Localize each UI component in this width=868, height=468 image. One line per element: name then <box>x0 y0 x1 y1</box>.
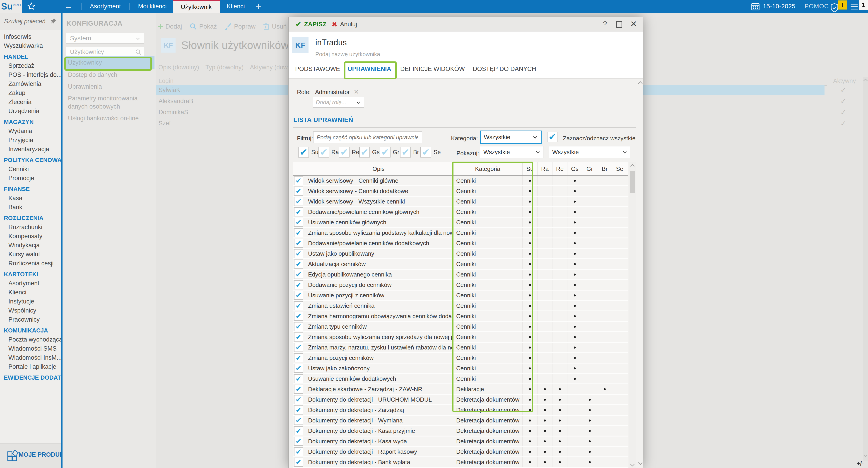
row-checkbox[interactable]: ✔ <box>294 405 303 414</box>
sidebar-item-sprzedaż[interactable]: Sprzedaż <box>0 61 61 70</box>
row-checkbox[interactable]: ✔ <box>294 385 303 394</box>
alert-badge[interactable]: ! <box>838 0 847 9</box>
notification-count-badge[interactable]: 1 <box>859 0 868 10</box>
permission-row[interactable]: ✔Ustaw jako opublikowanyCenniki <box>293 249 628 258</box>
row-checkbox[interactable]: ✔ <box>294 260 303 269</box>
row-checkbox[interactable]: ✔ <box>294 416 303 425</box>
perm-filter-checkbox-su[interactable]: ✔ <box>298 147 309 157</box>
permission-row[interactable]: ✔Zmiana marży, narzutu, zysku i ustawień… <box>293 343 628 352</box>
permission-row[interactable]: ✔Dodawanie/powielanie cenników dodatkowy… <box>293 238 628 248</box>
sidebar-item-wiadomości-sms[interactable]: Wiadomości SMS <box>0 344 61 353</box>
permission-row[interactable]: ✔Usuwanie cenników dodatkowychCenniki <box>293 374 628 383</box>
add-role-select[interactable]: Dodaj rolę... <box>313 97 364 108</box>
row-checkbox[interactable]: ✔ <box>294 197 303 206</box>
permission-row[interactable]: ✔Zmiana sposobu wyliczania ceny sprzedaż… <box>293 332 628 342</box>
row-checkbox[interactable]: ✔ <box>294 458 303 467</box>
user-name[interactable]: inTradus <box>315 38 347 47</box>
column-header-se[interactable]: Se <box>612 162 627 175</box>
row-checkbox[interactable]: ✔ <box>294 322 303 331</box>
sidebar-item-wiadomości-insm-[interactable]: Wiadomości InsM... <box>0 353 61 362</box>
row-checkbox[interactable]: ✔ <box>294 186 303 196</box>
row-checkbox[interactable]: ✔ <box>294 312 303 321</box>
perm-filter-checkbox-ra[interactable]: ✔ <box>318 147 329 157</box>
permission-row[interactable]: ✔Dodawanie pozycji do cennikówCenniki <box>293 280 628 290</box>
permission-row[interactable]: ✔Dokumenty do dekretacji - Kasa wydaDekr… <box>293 437 628 446</box>
sidebar-item-klienci[interactable]: Klienci <box>0 288 61 297</box>
save-button[interactable]: ✔ ZAPISZ <box>296 17 327 31</box>
row-checkbox[interactable]: ✔ <box>294 364 303 373</box>
permission-row[interactable]: ✔Zmiana harmonogramu obowiązywania cenni… <box>293 312 628 321</box>
permission-row[interactable]: ✔Zmiana pozycji cennikówCenniki <box>293 353 628 362</box>
sidebar-item-przyjęcia[interactable]: Przyjęcia <box>0 136 61 145</box>
sidebar-item-pos-interfejs-do-[interactable]: POS - interfejs do... <box>0 70 61 79</box>
row-checkbox[interactable]: ✔ <box>294 218 303 227</box>
sidebar-item-promocje[interactable]: Promocje <box>0 174 61 183</box>
sidebar-item-cenniki[interactable]: Cenniki <box>0 165 61 174</box>
row-checkbox[interactable]: ✔ <box>294 343 303 352</box>
permission-row[interactable]: ✔Dokumenty do dekretacji - Bank wpłataDe… <box>293 457 628 467</box>
tab-moi-klienci[interactable]: Moi klienci <box>134 0 171 13</box>
permission-row[interactable]: ✔Deklaracje skarbowe - Zarządzaj - ZAW-N… <box>293 384 628 394</box>
column-header-su[interactable]: Su <box>522 162 537 175</box>
sidebar-item-kursy-walut[interactable]: Kursy walut <box>0 250 61 259</box>
column-header-opis[interactable]: Opis <box>304 162 453 175</box>
column-header-re[interactable]: Re <box>552 162 567 175</box>
tab-dostęp-do-danych[interactable]: DOSTĘP DO DANYCH <box>473 65 536 72</box>
row-checkbox[interactable]: ✔ <box>294 426 303 435</box>
sidebar-item-wspólnicy[interactable]: Wspólnicy <box>0 306 61 315</box>
column-header-kategoria[interactable]: Kategoria <box>453 162 522 175</box>
row-checkbox[interactable]: ✔ <box>294 207 303 216</box>
tab-użytkownik[interactable]: Użytkownik <box>173 0 220 13</box>
sidebar-item-kompensaty[interactable]: Kompensaty <box>0 232 61 241</box>
permission-row[interactable]: ✔Zmiana ustawień cennikaCenniki <box>293 301 628 311</box>
maximize-button[interactable] <box>616 21 622 28</box>
row-checkbox[interactable]: ✔ <box>294 447 303 456</box>
perm-filter-checkbox-gr[interactable]: ✔ <box>380 147 391 157</box>
perm-filter-checkbox-br[interactable]: ✔ <box>400 147 411 157</box>
scrollbar-thumb[interactable] <box>630 171 635 193</box>
row-checkbox[interactable]: ✔ <box>294 280 303 289</box>
row-checkbox[interactable]: ✔ <box>294 270 303 279</box>
sidebar-item-infoserwis[interactable]: Infoserwis <box>0 32 61 41</box>
sidebar-item-kasa[interactable]: Kasa <box>0 194 61 203</box>
permission-row[interactable]: ✔Aktualizacja cennikówCenniki <box>293 259 628 269</box>
favorites-star-icon[interactable] <box>27 2 36 11</box>
perm-filter-checkbox-gs[interactable]: ✔ <box>359 147 370 157</box>
permission-row[interactable]: ✔Widok serwisowy - Cenniki główneCenniki <box>293 176 628 185</box>
pin-icon[interactable] <box>50 18 57 25</box>
sidebar-item-bank[interactable]: Bank <box>0 203 61 212</box>
sidebar-item-inwentaryzacja[interactable]: Inwentaryzacja <box>0 145 61 154</box>
new-tab-button[interactable]: + <box>255 0 261 12</box>
sidebar-item-asortyment[interactable]: Asortyment <box>0 279 61 288</box>
permission-row[interactable]: ✔Zmiana sposobu wyliczania podstawy kalk… <box>293 228 628 237</box>
table-scrollbar[interactable] <box>629 162 636 468</box>
select-all-checkbox[interactable]: ✔ <box>547 132 557 142</box>
sidebar-item-wydania[interactable]: Wydania <box>0 126 61 136</box>
column-header-gs[interactable]: Gs <box>567 162 582 175</box>
permission-row[interactable]: ✔Dokumenty do dekretacji - Kasa przyjmie… <box>293 426 628 436</box>
permission-row[interactable]: ✔Dokumenty do dekretacji - WymianaDekret… <box>293 416 628 425</box>
sidebar-item-pracownicy[interactable]: Pracownicy <box>0 315 61 324</box>
permission-row[interactable]: ✔Dokumenty do dekretacji - ZarządzajDekr… <box>293 405 628 415</box>
current-date[interactable]: 15-10-2025 <box>763 3 795 10</box>
perm-filter-checkbox-se[interactable]: ✔ <box>421 147 431 157</box>
permission-row[interactable]: ✔Zmiana typu cennikówCenniki <box>293 322 628 331</box>
row-checkbox[interactable]: ✔ <box>294 332 303 342</box>
permission-filter-input[interactable] <box>316 133 418 142</box>
sidebar-item-zlecenia[interactable]: Zlecenia <box>0 97 61 107</box>
sidebar-item-wyszukiwarka[interactable]: Wyszukiwarka <box>0 41 61 50</box>
close-button[interactable]: ✕ <box>630 19 637 29</box>
help-button[interactable]: ? <box>603 20 607 28</box>
tab-asortyment[interactable]: Asortyment <box>86 0 125 13</box>
sidebar-item-instytucje[interactable]: Instytucje <box>0 297 61 306</box>
row-checkbox[interactable]: ✔ <box>294 437 303 446</box>
row-checkbox[interactable]: ✔ <box>294 239 303 248</box>
row-checkbox[interactable]: ✔ <box>294 249 303 258</box>
sidebar-item-rozrachunki[interactable]: Rozrachunki <box>0 223 61 232</box>
row-checkbox[interactable]: ✔ <box>294 228 303 237</box>
permission-row[interactable]: ✔Widok serwisowy - Cenniki dodatkoweCenn… <box>293 186 628 196</box>
permission-row[interactable]: ✔Dokumenty do dekretacji - Raport kasowy… <box>293 447 628 457</box>
sidebar-item-urządzenia[interactable]: Urządzenia <box>0 107 61 116</box>
sidebar-item-poczta-wychodząca[interactable]: Poczta wychodząca <box>0 335 61 344</box>
sidebar-footer[interactable]: MOJE PRODUKTY <box>0 443 61 468</box>
